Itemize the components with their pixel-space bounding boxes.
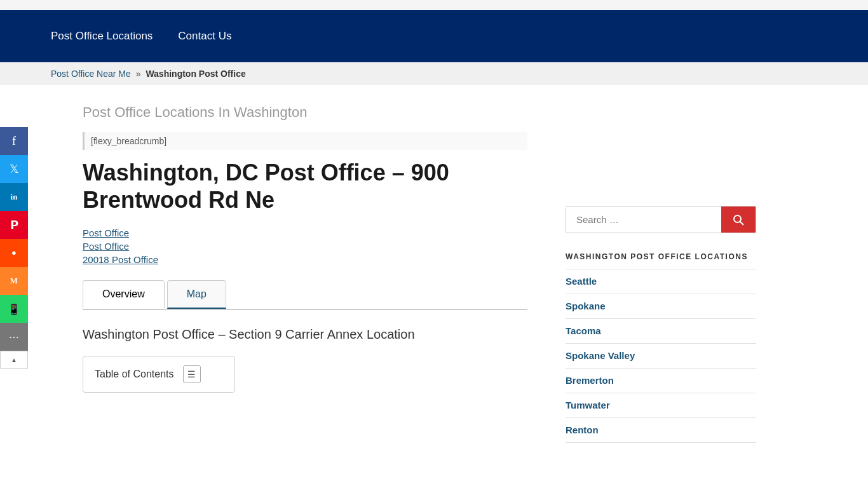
content-main: Post Office Locations In Washington [fle… — [32, 85, 553, 462]
section-description: Washington Post Office – Section 9 Carri… — [83, 325, 527, 343]
list-item: Spokane — [566, 294, 756, 319]
list-item: Bremerton — [566, 369, 756, 393]
social-facebook-button[interactable]: f — [0, 127, 28, 155]
social-hide-button[interactable]: ▲ — [0, 351, 28, 369]
list-item: Seattle — [566, 269, 756, 294]
search-button[interactable] — [721, 207, 756, 233]
site-header: Post Office Locations Contact Us — [0, 10, 868, 62]
location-spokane-valley[interactable]: Spokane Valley — [566, 350, 635, 361]
top-spacer — [0, 0, 868, 10]
tabs-container: Overview Map — [83, 280, 527, 310]
social-whatsapp-button[interactable]: 📱 — [0, 295, 28, 323]
sidebar-section-title: Washington Post Office Locations — [566, 252, 756, 261]
breadcrumb-separator: » — [136, 69, 141, 79]
search-form — [566, 206, 756, 233]
post-office-link-1[interactable]: Post Office — [83, 227, 527, 238]
main-heading: Washington, DC Post Office – 900 Brentwo… — [83, 159, 527, 214]
social-twitter-button[interactable]: 𝕏 — [0, 155, 28, 183]
location-tumwater[interactable]: Tumwater — [566, 400, 610, 410]
social-sidebar: f 𝕏 in 𝗣 ● M 📱 ⋯ ▲ — [0, 127, 31, 369]
social-reddit-button[interactable]: ● — [0, 239, 28, 267]
location-seattle[interactable]: Seattle — [566, 276, 597, 287]
location-renton[interactable]: Renton — [566, 424, 599, 435]
flexy-breadcrumb: [flexy_breadcrumb] — [83, 132, 527, 150]
search-input[interactable] — [566, 207, 721, 233]
social-pinterest-button[interactable]: 𝗣 — [0, 211, 28, 239]
nav-post-office-locations[interactable]: Post Office Locations — [51, 12, 153, 60]
social-linkedin-button[interactable]: in — [0, 183, 28, 211]
search-widget — [566, 206, 756, 233]
tab-overview[interactable]: Overview — [83, 280, 165, 309]
social-mix-button[interactable]: M — [0, 267, 28, 295]
breadcrumb-current: Washington Post Office — [146, 69, 245, 79]
search-icon — [733, 214, 744, 226]
sidebar: Washington Post Office Locations Seattle… — [553, 85, 782, 462]
toc-icon: ☰ — [183, 365, 201, 383]
list-item: Spokane Valley — [566, 344, 756, 369]
location-bremerton[interactable]: Bremerton — [566, 375, 614, 386]
toc-box[interactable]: Table of Contents ☰ — [83, 356, 235, 393]
list-item: Renton — [566, 418, 756, 443]
breadcrumb-bar: Post Office Near Me » Washington Post Of… — [0, 62, 868, 85]
svg-line-1 — [740, 221, 743, 224]
post-office-links: Post Office Post Office 20018 Post Offic… — [83, 227, 527, 265]
location-list: Seattle Spokane Tacoma Spokane Valley Br… — [566, 269, 756, 443]
toc-label: Table of Contents — [95, 369, 174, 380]
page-wrapper: Post Office Locations In Washington [fle… — [0, 85, 868, 462]
list-item: Tumwater — [566, 393, 756, 418]
location-tacoma[interactable]: Tacoma — [566, 325, 601, 336]
list-item: Tacoma — [566, 319, 756, 344]
location-spokane[interactable]: Spokane — [566, 301, 606, 311]
post-office-20018-link[interactable]: 20018 Post Office — [83, 254, 527, 265]
nav-contact-us[interactable]: Contact Us — [178, 12, 231, 60]
toc-toggle-icon: ☰ — [187, 369, 196, 379]
post-office-link-2[interactable]: Post Office — [83, 241, 527, 252]
breadcrumb-parent-link[interactable]: Post Office Near Me — [51, 69, 131, 79]
sidebar-locations-section: Washington Post Office Locations Seattle… — [566, 252, 756, 443]
tab-map[interactable]: Map — [167, 280, 226, 309]
main-nav: Post Office Locations Contact Us — [51, 12, 231, 60]
social-more-button[interactable]: ⋯ — [0, 323, 28, 351]
page-subtitle: Post Office Locations In Washington — [83, 104, 527, 121]
